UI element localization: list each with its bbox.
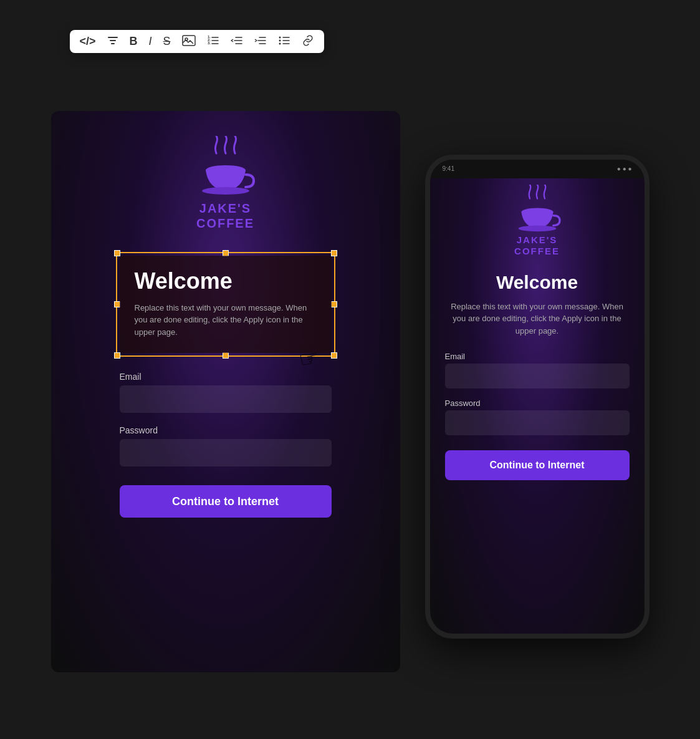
filter-icon[interactable] bbox=[107, 35, 118, 48]
phone-form: Email Password Continue to Internet bbox=[445, 352, 630, 480]
handle-bl[interactable] bbox=[114, 352, 120, 359]
password-label-phone: Password bbox=[445, 398, 630, 408]
svg-point-6 bbox=[279, 39, 280, 41]
indent-icon[interactable] bbox=[254, 35, 267, 48]
coffee-logo-desktop: JAKE'S COFFEE bbox=[194, 136, 257, 231]
outdent-icon[interactable] bbox=[231, 35, 243, 48]
brand-name-phone: JAKE'S COFFEE bbox=[514, 234, 560, 257]
image-icon[interactable] bbox=[182, 35, 196, 48]
strikethrough-icon[interactable]: S bbox=[163, 36, 171, 47]
brand-name-desktop: JAKE'S COFFEE bbox=[196, 201, 254, 231]
formatting-toolbar: </> B I S 1.2.3. bbox=[70, 30, 324, 53]
phone-time: 9:41 bbox=[443, 165, 454, 172]
bold-icon[interactable]: B bbox=[130, 36, 138, 47]
svg-point-5 bbox=[279, 36, 280, 38]
handle-tr[interactable] bbox=[331, 250, 337, 256]
phone-status-bar: 9:41 ● ● ● bbox=[430, 160, 645, 178]
password-label-desktop: Password bbox=[120, 425, 332, 435]
password-input-desktop[interactable] bbox=[120, 439, 332, 466]
ordered-list-icon[interactable]: 1.2.3. bbox=[207, 35, 219, 48]
svg-point-11 bbox=[518, 225, 556, 231]
email-input-desktop[interactable] bbox=[120, 385, 332, 413]
handle-br[interactable] bbox=[331, 352, 337, 359]
hand-cursor-icon: ☞ bbox=[297, 344, 321, 374]
coffee-cup-icon-phone bbox=[512, 185, 562, 234]
svg-point-7 bbox=[279, 42, 280, 44]
welcome-block: Welcome Replace this text with your own … bbox=[120, 256, 332, 354]
desktop-form: Email Password Continue to Internet bbox=[120, 372, 332, 518]
welcome-description-phone: Replace this text with your own message.… bbox=[445, 301, 630, 337]
main-scene: </> B I S 1.2.3. bbox=[51, 67, 650, 672]
italic-icon[interactable]: I bbox=[149, 36, 152, 47]
welcome-description-desktop: Replace this text with your own message.… bbox=[135, 302, 317, 339]
welcome-block-wrapper: Welcome Replace this text with your own … bbox=[120, 256, 332, 354]
desktop-preview: JAKE'S COFFEE Welcome Replace this text … bbox=[51, 111, 400, 672]
welcome-title-phone: Welcome bbox=[445, 272, 630, 293]
coffee-logo-phone: JAKE'S COFFEE bbox=[512, 185, 562, 257]
svg-point-9 bbox=[202, 187, 249, 195]
unordered-list-icon[interactable] bbox=[278, 35, 290, 48]
link-icon[interactable] bbox=[302, 35, 314, 48]
phone-status-icons: ● ● ● bbox=[617, 165, 632, 172]
continue-button-phone[interactable]: Continue to Internet bbox=[445, 450, 630, 480]
email-input-phone[interactable] bbox=[445, 364, 630, 389]
password-input-phone[interactable] bbox=[445, 410, 630, 435]
email-label-desktop: Email bbox=[120, 372, 332, 382]
welcome-title-desktop: Welcome bbox=[135, 268, 317, 294]
phone-screen: JAKE'S COFFEE Welcome Replace this text … bbox=[430, 160, 645, 634]
code-icon[interactable]: </> bbox=[80, 36, 96, 47]
phone-mockup: 9:41 ● ● ● JAKE'S COFFEE bbox=[425, 155, 650, 639]
handle-bc[interactable] bbox=[223, 352, 229, 359]
handle-mr[interactable] bbox=[331, 301, 337, 307]
email-label-phone: Email bbox=[445, 352, 630, 361]
coffee-cup-icon bbox=[194, 136, 257, 198]
handle-tl[interactable] bbox=[114, 250, 120, 256]
continue-button-desktop[interactable]: Continue to Internet bbox=[120, 485, 332, 518]
svg-text:3.: 3. bbox=[208, 41, 211, 45]
